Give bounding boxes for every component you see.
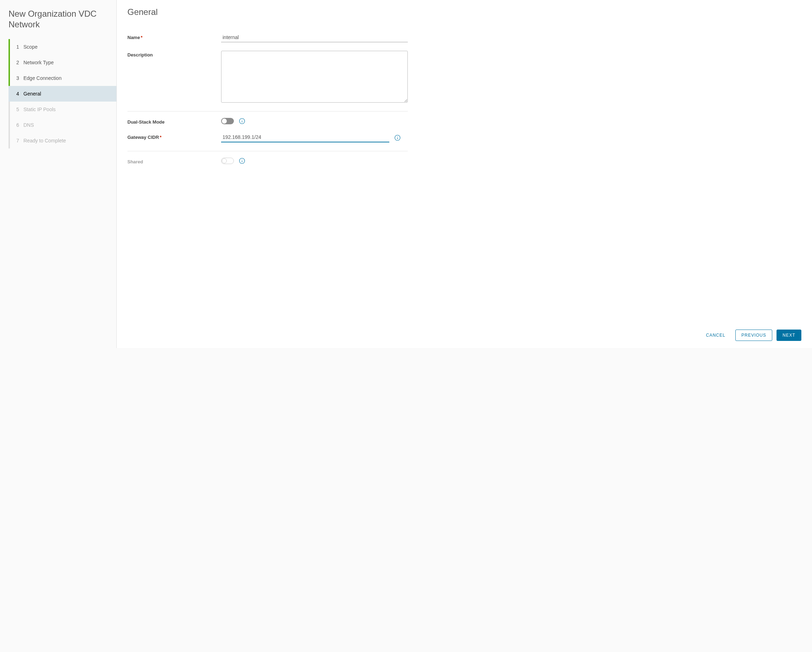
required-marker: *: [140, 35, 142, 40]
name-label: Name*: [127, 34, 221, 40]
step-edge-connection[interactable]: 3 Edge Connection: [9, 70, 116, 86]
step-scope[interactable]: 1 Scope: [9, 39, 116, 55]
step-label: Network Type: [23, 60, 53, 65]
wizard-main: General Name* Description Dual-Stack Mod…: [117, 0, 812, 348]
row-name: Name*: [127, 34, 408, 42]
divider: [127, 151, 408, 151]
step-number: 3: [16, 75, 23, 81]
info-icon[interactable]: [394, 135, 401, 141]
general-form: Name* Description Dual-Stack Mode: [127, 34, 408, 164]
step-network-type[interactable]: 2 Network Type: [9, 55, 116, 70]
step-number: 5: [16, 107, 23, 112]
wizard-title: New Organization VDC Network: [0, 6, 116, 39]
step-general[interactable]: 4 General: [9, 86, 116, 101]
shared-toggle: [221, 158, 234, 164]
step-number: 6: [16, 122, 23, 128]
cancel-button[interactable]: Cancel: [700, 330, 731, 341]
wizard-container: New Organization VDC Network 1 Scope 2 N…: [0, 0, 812, 348]
row-shared: Shared: [127, 158, 408, 164]
step-number: 4: [16, 91, 23, 96]
previous-button[interactable]: Previous: [735, 329, 772, 341]
info-icon[interactable]: [239, 118, 245, 124]
step-label: DNS: [23, 122, 34, 128]
name-input[interactable]: [221, 34, 408, 42]
gateway-cidr-input[interactable]: [221, 133, 389, 142]
wizard-step-list: 1 Scope 2 Network Type 3 Edge Connection…: [9, 39, 116, 148]
dual-stack-label: Dual-Stack Mode: [127, 118, 221, 125]
step-number: 1: [16, 44, 23, 50]
row-dual-stack: Dual-Stack Mode: [127, 118, 408, 125]
step-label: Edge Connection: [23, 75, 61, 81]
step-ready-to-complete: 7 Ready to Complete: [9, 133, 116, 148]
svg-point-4: [397, 136, 397, 137]
page-title: General: [127, 7, 801, 17]
row-description: Description: [127, 51, 408, 103]
shared-label: Shared: [127, 158, 221, 164]
dual-stack-toggle[interactable]: [221, 118, 234, 124]
wizard-sidebar: New Organization VDC Network 1 Scope 2 N…: [0, 0, 117, 348]
svg-point-7: [242, 159, 242, 160]
step-label: General: [23, 91, 41, 96]
row-gateway-cidr: Gateway CIDR*: [127, 133, 408, 142]
step-number: 2: [16, 60, 23, 65]
wizard-footer: Cancel Previous Next: [700, 329, 801, 341]
info-icon[interactable]: [239, 158, 245, 164]
step-dns: 6 DNS: [9, 117, 116, 133]
gateway-cidr-label: Gateway CIDR*: [127, 133, 221, 140]
description-textarea[interactable]: [221, 51, 408, 103]
next-button[interactable]: Next: [777, 329, 801, 341]
step-number: 7: [16, 138, 23, 144]
step-static-ip-pools: 5 Static IP Pools: [9, 101, 116, 117]
description-label: Description: [127, 51, 221, 58]
divider: [127, 111, 408, 112]
step-label: Ready to Complete: [23, 138, 66, 144]
required-marker: *: [160, 135, 162, 140]
step-label: Static IP Pools: [23, 107, 56, 112]
step-label: Scope: [23, 44, 38, 50]
